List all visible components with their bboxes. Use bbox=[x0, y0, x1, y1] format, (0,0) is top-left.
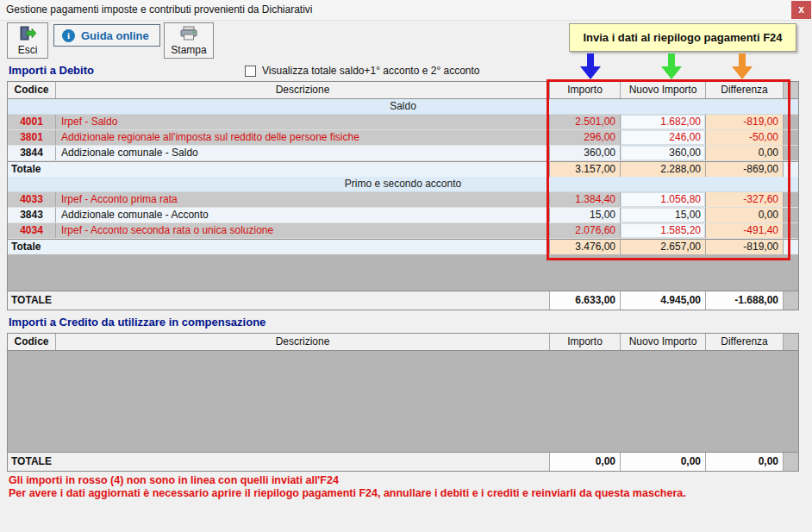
totale-generale-differenza: 0,00 bbox=[706, 453, 784, 471]
nuovo-importo-field[interactable]: 15,00 bbox=[621, 208, 706, 222]
visualizza-totale-label: Visualizza totale saldo+1° acconto e 2° … bbox=[262, 65, 480, 77]
section-acconto-label: Primo e secondo acconto bbox=[345, 177, 461, 191]
spacer-cell bbox=[784, 453, 798, 471]
nuovo-importo-field[interactable]: 1.056,80 bbox=[621, 192, 706, 207]
differenza-cell: -819,00 bbox=[706, 115, 784, 129]
credito-table: Codice Descrizione Importo Nuovo Importo… bbox=[7, 333, 799, 472]
importi-a-credito-heading: Importi a Credito da utilizzare in compe… bbox=[9, 316, 265, 329]
totale-label: Totale bbox=[8, 240, 550, 254]
differenza-column-header: Differenza bbox=[706, 82, 784, 98]
descrizione-column-header: Descrizione bbox=[56, 82, 550, 98]
esci-label: Esci bbox=[18, 44, 38, 56]
nuovo-importo-field[interactable]: 1.585,20 bbox=[621, 223, 706, 238]
descrizione-cell: Irpef - Acconto seconda rata o unica sol… bbox=[56, 223, 550, 238]
differenza-cell: -327,60 bbox=[706, 192, 784, 207]
spacer-cell bbox=[784, 291, 798, 310]
totale-generale-nuovo-importo: 0,00 bbox=[621, 453, 706, 471]
window-title: Gestione pagamenti imposte e contributi … bbox=[6, 3, 313, 16]
differenza-cell: 0,00 bbox=[706, 146, 784, 160]
totale-generale-differenza: -1.688,00 bbox=[706, 291, 784, 310]
totale-acconto-row: Totale 3.476,00 2.657,00 -819,00 bbox=[8, 239, 798, 254]
section-acconto-row: Primo e secondo acconto bbox=[8, 177, 798, 192]
codice-cell: 4001 bbox=[8, 115, 56, 129]
totale-importo: 3.476,00 bbox=[550, 240, 621, 254]
stampa-button[interactable]: Stampa bbox=[164, 22, 214, 59]
differenza-column-header: Differenza bbox=[706, 334, 784, 350]
info-icon: i bbox=[62, 29, 75, 42]
arrow-down-differenza-icon bbox=[731, 53, 753, 79]
importo-cell: 360,00 bbox=[550, 146, 621, 160]
debito-header-row: Codice Descrizione Importo Nuovo Importo… bbox=[8, 82, 798, 99]
credito-empty-area bbox=[8, 351, 798, 453]
exit-door-icon bbox=[19, 26, 36, 43]
nuovo-importo-field[interactable]: 360,00 bbox=[621, 146, 706, 160]
close-button[interactable]: x bbox=[791, 1, 811, 19]
nuovo-importo-field[interactable]: 246,00 bbox=[621, 130, 706, 145]
esci-button[interactable]: Esci bbox=[7, 22, 48, 59]
section-saldo-label: Saldo bbox=[390, 99, 416, 114]
spacer-cell bbox=[784, 115, 798, 129]
credito-header-row: Codice Descrizione Importo Nuovo Importo… bbox=[8, 334, 798, 351]
nuovo-importo-column-header: Nuovo Importo bbox=[621, 334, 706, 350]
guida-online-button[interactable]: i Guida online bbox=[53, 24, 160, 47]
spacer-cell bbox=[784, 162, 798, 177]
differenza-cell: -50,00 bbox=[706, 130, 784, 145]
differenza-cell: -491,40 bbox=[706, 223, 784, 238]
totale-generale-label: TOTALE bbox=[8, 453, 550, 471]
codice-cell: 3843 bbox=[8, 208, 56, 222]
totale-differenza: -819,00 bbox=[706, 240, 784, 254]
debito-empty-area bbox=[8, 254, 798, 291]
descrizione-cell: Addizionale comunale - Acconto bbox=[56, 208, 550, 222]
codice-column-header: Codice bbox=[8, 334, 56, 350]
importo-cell: 2.076,60 bbox=[550, 223, 621, 238]
credito-totale-row: TOTALE 0,00 0,00 0,00 bbox=[8, 453, 798, 471]
arrow-down-nuovo-importo-icon bbox=[660, 53, 683, 79]
importo-cell: 1.384,40 bbox=[550, 192, 621, 207]
descrizione-cell: Addizionale comunale - Saldo bbox=[56, 146, 550, 160]
descrizione-cell: Irpef - Acconto prima rata bbox=[56, 192, 550, 207]
nuovo-importo-field[interactable]: 1.682,00 bbox=[621, 115, 706, 129]
gestione-pagamenti-window: { "window": { "title": "Gestione pagamen… bbox=[0, 0, 812, 532]
table-row: 4033 Irpef - Acconto prima rata 1.384,40… bbox=[8, 192, 798, 208]
guida-online-label: Guida online bbox=[81, 29, 149, 42]
table-row: 4034 Irpef - Acconto seconda rata o unic… bbox=[8, 223, 798, 239]
totale-nuovo-importo: 2.288,00 bbox=[621, 162, 706, 177]
debito-totale-row: TOTALE 6.633,00 4.945,00 -1.688,00 bbox=[8, 291, 798, 310]
warning-line-2: Per avere i dati aggiornati è necessario… bbox=[9, 487, 686, 499]
spacer-cell bbox=[784, 223, 798, 238]
descrizione-cell: Addizionale regionale all'imposta sul re… bbox=[56, 130, 550, 145]
codice-cell: 4034 bbox=[8, 223, 56, 238]
codice-column-header: Codice bbox=[8, 82, 56, 98]
nuovo-importo-column-header: Nuovo Importo bbox=[621, 82, 706, 98]
totale-nuovo-importo: 2.657,00 bbox=[621, 240, 706, 254]
spacer-column-header bbox=[784, 82, 798, 98]
debito-table: Codice Descrizione Importo Nuovo Importo… bbox=[7, 81, 799, 310]
importi-a-debito-heading: Importi a Debito bbox=[9, 64, 94, 77]
invia-dati-banner[interactable]: Invia i dati al riepilogo pagamenti F24 bbox=[569, 23, 796, 52]
warning-line-1: Gli importi in rosso (4) non sono in lin… bbox=[9, 474, 339, 486]
totale-generale-importo: 6.633,00 bbox=[550, 291, 621, 310]
spacer-cell bbox=[784, 240, 798, 254]
codice-cell: 4033 bbox=[8, 192, 56, 207]
totale-label: Totale bbox=[8, 162, 550, 177]
differenza-cell: 0,00 bbox=[706, 208, 784, 222]
totale-generale-importo: 0,00 bbox=[550, 453, 621, 471]
spacer-cell bbox=[784, 146, 798, 160]
totale-differenza: -869,00 bbox=[706, 162, 784, 177]
visualizza-totale-checkbox[interactable] bbox=[245, 66, 256, 77]
table-row: 3843 Addizionale comunale - Acconto 15,0… bbox=[8, 208, 798, 223]
totale-importo: 3.157,00 bbox=[550, 162, 621, 177]
printer-icon bbox=[179, 26, 198, 43]
importo-cell: 15,00 bbox=[550, 208, 621, 222]
codice-cell: 3844 bbox=[8, 146, 56, 160]
table-row: 4001 Irpef - Saldo 2.501,00 1.682,00 -81… bbox=[8, 115, 798, 130]
totale-saldo-row: Totale 3.157,00 2.288,00 -869,00 bbox=[8, 161, 798, 177]
codice-cell: 3801 bbox=[8, 130, 56, 145]
spacer-column-header bbox=[784, 334, 798, 350]
visualizza-totale-checkbox-row: Visualizza totale saldo+1° acconto e 2° … bbox=[245, 65, 480, 77]
spacer-cell bbox=[784, 208, 798, 222]
table-row: 3844 Addizionale comunale - Saldo 360,00… bbox=[8, 146, 798, 161]
descrizione-column-header: Descrizione bbox=[56, 334, 550, 350]
totale-generale-label: TOTALE bbox=[8, 291, 550, 310]
title-bar: Gestione pagamenti imposte e contributi … bbox=[0, 0, 812, 21]
